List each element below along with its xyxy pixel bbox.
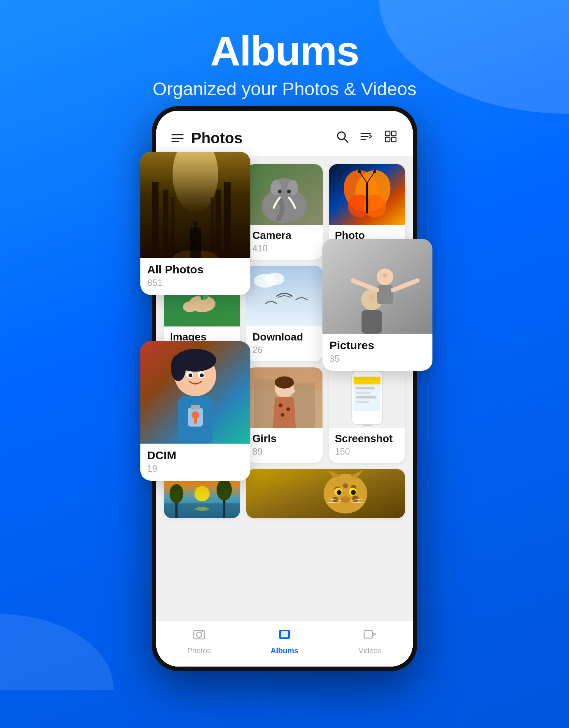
top-bar: Photos <box>156 111 413 157</box>
search-icon <box>335 130 349 143</box>
svg-rect-23 <box>194 419 197 424</box>
svg-rect-39 <box>391 131 396 136</box>
girls-album-count: 89 <box>252 446 316 457</box>
svg-point-103 <box>279 403 283 407</box>
albums-nav-icon <box>278 628 291 644</box>
seagull-img <box>246 266 322 326</box>
svg-rect-146 <box>281 631 288 637</box>
nav-photos[interactable]: Photos <box>156 628 242 655</box>
dcim-card-info: DCIM 19 <box>140 444 250 481</box>
app-title: Photos <box>191 130 243 147</box>
bg-wave-bottom <box>0 614 114 690</box>
svg-point-17 <box>189 373 192 377</box>
svg-point-136 <box>351 490 356 495</box>
svg-rect-2 <box>152 182 159 258</box>
nav-videos[interactable]: Videos <box>327 628 413 655</box>
pictures-image <box>322 239 432 334</box>
svg-point-104 <box>286 407 290 411</box>
butterfly-img <box>329 164 405 225</box>
cheetah-img <box>246 469 405 518</box>
dcim-card-count: 19 <box>147 463 244 474</box>
hamburger-menu-button[interactable] <box>171 134 184 142</box>
svg-point-130 <box>343 483 348 488</box>
hamburger-line-3 <box>171 141 179 142</box>
album-card-11[interactable] <box>246 469 405 518</box>
sort-icon <box>360 130 373 143</box>
header-section: Albums Organized your Photos & Videos <box>0 0 569 99</box>
videos-nav-icon <box>363 628 377 644</box>
hamburger-line-2 <box>171 138 184 139</box>
albums-nav-label: Albums <box>270 646 298 655</box>
sort-button[interactable] <box>360 130 373 147</box>
svg-point-123 <box>195 507 209 511</box>
download-album-name: Download <box>252 331 316 343</box>
download-grid-thumb <box>246 266 322 326</box>
svg-point-18 <box>200 373 204 377</box>
album-card-girls[interactable]: Girls 89 <box>246 367 322 463</box>
svg-point-9 <box>193 221 198 226</box>
photo-grid-thumb <box>329 164 405 225</box>
videos-nav-label: Videos <box>358 646 382 655</box>
svg-rect-26 <box>362 310 382 334</box>
svg-point-143 <box>196 632 202 637</box>
svg-rect-62 <box>366 183 368 214</box>
pictures-card-info: Pictures 35 <box>322 334 432 371</box>
page-title: Albums <box>0 27 569 75</box>
svg-point-55 <box>278 190 282 193</box>
screenshot-album-name: Screenshot <box>335 433 399 445</box>
floating-card-pictures[interactable]: Pictures 35 <box>322 239 432 371</box>
svg-rect-5 <box>215 190 221 258</box>
pictures-card-count: 35 <box>329 353 426 364</box>
svg-point-121 <box>217 479 232 500</box>
camera-album-name: Camera <box>252 229 316 242</box>
svg-rect-113 <box>355 396 376 399</box>
svg-rect-110 <box>354 377 380 384</box>
all-photos-thumb <box>140 152 250 258</box>
svg-point-14 <box>171 355 186 381</box>
camera-grid-thumb <box>246 164 322 225</box>
top-bar-right <box>335 130 398 147</box>
svg-marker-148 <box>373 633 376 636</box>
svg-point-117 <box>195 486 210 501</box>
nav-albums[interactable]: Albums <box>242 628 327 655</box>
svg-rect-112 <box>355 392 371 394</box>
svg-point-66 <box>373 170 376 173</box>
svg-rect-38 <box>385 131 390 136</box>
download-card-info: Download 26 <box>246 326 322 361</box>
svg-point-56 <box>287 190 291 193</box>
girls-card-info: Girls 89 <box>246 428 322 463</box>
hamburger-line-1 <box>171 134 184 135</box>
svg-line-34 <box>344 138 348 142</box>
girls-album-name: Girls <box>252 433 316 445</box>
download-album-count: 26 <box>252 345 316 355</box>
pictures-card-name: Pictures <box>329 339 426 352</box>
screenshot-album-count: 150 <box>335 446 399 457</box>
svg-point-69 <box>183 301 196 312</box>
svg-point-137 <box>341 496 350 503</box>
search-button[interactable] <box>335 130 349 147</box>
album-card-download[interactable]: Download 26 <box>246 266 322 361</box>
svg-rect-4 <box>224 182 231 258</box>
svg-rect-40 <box>385 137 390 142</box>
svg-rect-21 <box>191 405 200 410</box>
all-photos-image <box>140 152 250 258</box>
svg-point-79 <box>266 273 284 285</box>
svg-rect-7 <box>211 197 214 258</box>
floating-card-all-photos[interactable]: All Photos 851 <box>140 152 250 295</box>
phone-wrapper: All Photos 851 <box>129 106 440 686</box>
top-bar-left: Photos <box>171 130 243 147</box>
screenshot-card-info: Screenshot 150 <box>329 428 405 463</box>
svg-rect-111 <box>355 387 374 389</box>
grid-view-button[interactable] <box>384 130 398 147</box>
album11-thumb <box>246 469 405 518</box>
floating-card-dcim[interactable]: DCIM 19 <box>140 341 250 481</box>
svg-rect-115 <box>362 424 371 426</box>
svg-rect-41 <box>391 137 396 142</box>
svg-point-105 <box>281 413 284 417</box>
all-photos-card-info: All Photos 851 <box>140 258 250 295</box>
all-photos-card-count: 851 <box>147 278 244 288</box>
album-card-screenshot[interactable]: Screenshot 150 <box>329 367 405 463</box>
page-subtitle: Organized your Photos & Videos <box>0 78 569 99</box>
svg-rect-100 <box>292 383 315 428</box>
album-card-camera[interactable]: Camera 410 <box>246 164 322 260</box>
